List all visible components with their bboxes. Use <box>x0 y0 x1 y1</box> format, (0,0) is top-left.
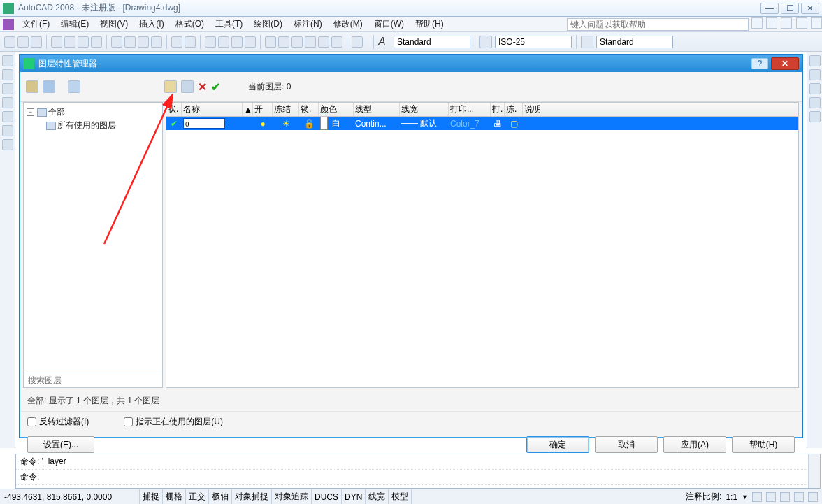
dim-style-combo[interactable] <box>495 36 572 48</box>
star-icon[interactable] <box>781 17 792 29</box>
share-icon[interactable] <box>91 36 102 48</box>
command-line[interactable]: 命令: '_layer 命令: <box>15 454 821 489</box>
layer-search-input[interactable] <box>23 373 163 388</box>
col-name[interactable]: 名称 <box>182 103 243 116</box>
row-plotstyle-cell[interactable]: Color_7 <box>449 117 491 130</box>
hardware-accel-icon[interactable] <box>794 492 804 502</box>
anno-autoscale-icon[interactable] <box>766 492 776 502</box>
col-freeze[interactable]: 冻结 <box>273 103 299 116</box>
menu-help[interactable]: 帮助(H) <box>410 17 449 31</box>
col-linetype[interactable]: 线型 <box>354 103 400 116</box>
new-group-filter-icon[interactable] <box>43 80 55 93</box>
toggle-polar[interactable]: 极轴 <box>209 489 232 504</box>
coordinates-display[interactable]: -493.4631, 815.8661, 0.0000 <box>0 489 140 504</box>
sheetset-icon[interactable] <box>305 36 316 48</box>
text-style-icon[interactable]: A <box>378 36 391 48</box>
new-property-filter-icon[interactable] <box>26 80 38 93</box>
shield-icon[interactable] <box>796 17 807 29</box>
settings-button[interactable]: 设置(E)... <box>27 436 94 453</box>
info-icon[interactable] <box>811 17 822 29</box>
menu-modify[interactable]: 修改(M) <box>328 17 368 31</box>
copy-icon[interactable] <box>124 36 136 48</box>
lock-ui-icon[interactable] <box>780 492 790 502</box>
tree-child-node[interactable]: 所有使用的图层 <box>27 119 159 132</box>
markup-icon[interactable] <box>318 36 329 48</box>
circle-icon[interactable] <box>2 83 13 94</box>
mirror-icon[interactable] <box>809 83 821 94</box>
layer-row[interactable]: ✔ ● ☀ 🔓 白 Contin... —— 默认 Color_7 🖶 ▢ <box>166 117 798 130</box>
row-freeze-icon[interactable]: ☀ <box>273 117 299 130</box>
close-button[interactable]: ✕ <box>801 3 819 14</box>
col-status[interactable]: 状. <box>166 103 182 116</box>
match-prop-icon[interactable] <box>151 36 162 48</box>
layer-name-input[interactable] <box>183 118 225 129</box>
row-lineweight-cell[interactable]: —— 默认 <box>400 117 449 130</box>
set-current-icon[interactable]: ✔ <box>211 80 220 94</box>
new-layer-icon[interactable] <box>164 80 177 93</box>
toggle-lwt[interactable]: 线宽 <box>366 489 389 504</box>
save-icon[interactable] <box>31 36 42 48</box>
zoom-win-icon[interactable] <box>231 36 243 48</box>
toggle-snap[interactable]: 捕捉 <box>140 489 163 504</box>
row-description-cell[interactable] <box>523 117 798 130</box>
menu-view[interactable]: 视图(V) <box>94 17 134 31</box>
search-icon[interactable] <box>751 17 763 29</box>
pline-icon[interactable] <box>2 69 13 80</box>
indicate-in-use-checkbox[interactable]: 指示正在使用的图层(U) <box>124 416 223 428</box>
dialog-help-button[interactable]: ? <box>751 58 768 69</box>
row-freeze-vp-icon[interactable]: ▢ <box>505 117 523 130</box>
offset-icon[interactable] <box>809 97 821 108</box>
chevron-down-icon[interactable]: ▼ <box>742 494 748 501</box>
col-lock[interactable]: 锁. <box>299 103 319 116</box>
rect-icon[interactable] <box>2 111 13 122</box>
undo-icon[interactable] <box>171 36 182 48</box>
hatch-icon[interactable] <box>2 125 13 136</box>
column-header[interactable]: 状. 名称 ▲ 开 冻结 锁. 颜色 线型 线宽 打印... 打. 冻. 说明 <box>166 103 798 117</box>
col-on[interactable]: 开 <box>253 103 273 116</box>
publish-icon[interactable] <box>78 36 89 48</box>
row-color-cell[interactable]: 白 <box>319 117 354 130</box>
annotation-scale-value[interactable]: 1:1 <box>726 492 737 502</box>
menu-insert[interactable]: 插入(I) <box>134 17 169 31</box>
helpq-icon[interactable] <box>352 36 363 48</box>
props-icon[interactable] <box>265 36 276 48</box>
tool-palette-icon[interactable] <box>291 36 303 48</box>
command-scrollbar[interactable] <box>808 454 820 488</box>
zoom-rt-icon[interactable] <box>218 36 229 48</box>
menu-dim[interactable]: 标注(N) <box>288 17 328 31</box>
row-linetype-cell[interactable]: Contin... <box>354 117 400 130</box>
ok-button[interactable]: 确定 <box>526 436 589 453</box>
filter-tree[interactable]: −全部 所有使用的图层 <box>23 102 163 388</box>
help-button[interactable]: 帮助(H) <box>732 436 795 453</box>
col-plotstyle[interactable]: 打印... <box>449 103 491 116</box>
col-lineweight[interactable]: 线宽 <box>400 103 449 116</box>
row-on-icon[interactable]: ● <box>253 117 273 130</box>
toggle-grid[interactable]: 栅格 <box>163 489 186 504</box>
toggle-osnap[interactable]: 对象捕捉 <box>232 489 272 504</box>
menu-file[interactable]: 文件(F) <box>17 17 55 31</box>
dialog-close-button[interactable]: ✕ <box>771 57 799 70</box>
toggle-dyn[interactable]: DYN <box>342 489 366 504</box>
open-icon[interactable] <box>17 36 29 48</box>
erase-icon[interactable] <box>809 55 821 66</box>
print-icon[interactable] <box>51 36 62 48</box>
toggle-ducs[interactable]: DUCS <box>312 489 342 504</box>
row-plot-icon[interactable]: 🖶 <box>491 117 505 130</box>
zoom-prev-icon[interactable] <box>245 36 256 48</box>
toggle-otrack[interactable]: 对象追踪 <box>272 489 312 504</box>
col-description[interactable]: 说明 <box>523 103 798 116</box>
row-lock-icon[interactable]: 🔓 <box>299 117 319 130</box>
invert-filter-checkbox[interactable]: 反转过滤器(I) <box>27 416 89 428</box>
apply-button[interactable]: 应用(A) <box>663 436 726 453</box>
line-icon[interactable] <box>2 55 13 66</box>
paste-icon[interactable] <box>138 36 149 48</box>
copy-obj-icon[interactable] <box>809 69 821 80</box>
dialog-titlebar[interactable]: 图层特性管理器 ? ✕ <box>20 55 802 72</box>
menu-window[interactable]: 窗口(W) <box>368 17 410 31</box>
col-color[interactable]: 颜色 <box>319 103 354 116</box>
preview-icon[interactable] <box>64 36 75 48</box>
new-layer-frozen-vp-icon[interactable] <box>181 80 194 93</box>
anno-visibility-icon[interactable] <box>752 492 762 502</box>
layer-states-manager-icon[interactable] <box>68 80 80 93</box>
menu-edit[interactable]: 编辑(E) <box>55 17 94 31</box>
